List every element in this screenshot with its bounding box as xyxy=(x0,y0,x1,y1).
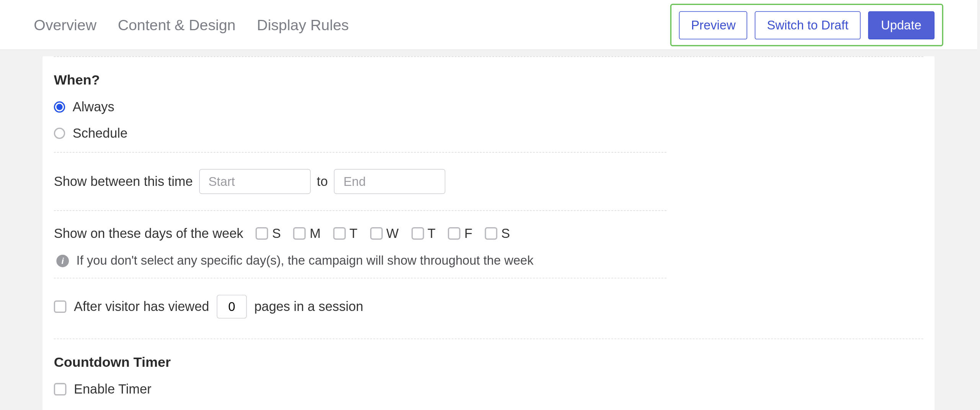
tab-display-rules[interactable]: Display Rules xyxy=(257,16,349,34)
info-icon: i xyxy=(56,254,69,267)
when-section: When? Always Schedule Show between this … xyxy=(54,57,923,338)
enable-timer-label: Enable Timer xyxy=(74,382,151,397)
day-label-wed: W xyxy=(386,226,399,241)
day-label-thu: T xyxy=(428,226,436,241)
checkbox-day-sat[interactable] xyxy=(485,227,498,240)
checkbox-day-sun[interactable] xyxy=(256,227,268,240)
radio-schedule-row[interactable]: Schedule xyxy=(54,126,923,141)
preview-button[interactable]: Preview xyxy=(679,11,748,39)
countdown-section: Countdown Timer Enable Timer xyxy=(54,339,923,410)
enable-timer-row[interactable]: Enable Timer xyxy=(54,382,923,397)
show-between-label: Show between this time xyxy=(54,174,193,189)
days-hint: i If you don't select any specific day(s… xyxy=(54,245,923,274)
day-label-tue: T xyxy=(350,226,358,241)
end-time-input[interactable] xyxy=(334,169,446,194)
radio-always-label: Always xyxy=(73,99,114,114)
checkbox-day-wed[interactable] xyxy=(370,227,383,240)
checkbox-day-fri[interactable] xyxy=(448,227,461,240)
settings-panel: When? Always Schedule Show between this … xyxy=(42,56,934,410)
days-row: Show on these days of the week S M T W T… xyxy=(54,215,923,245)
radio-always-row[interactable]: Always xyxy=(54,99,923,114)
countdown-title: Countdown Timer xyxy=(54,354,923,371)
update-button[interactable]: Update xyxy=(868,11,934,39)
checkbox-day-tue[interactable] xyxy=(333,227,346,240)
tab-content-design[interactable]: Content & Design xyxy=(118,16,236,34)
day-label-fri: F xyxy=(464,226,472,241)
to-label: to xyxy=(317,174,328,189)
nav-tabs: Overview Content & Design Display Rules xyxy=(34,16,349,34)
checkbox-after-viewed[interactable] xyxy=(54,300,67,313)
tab-overview[interactable]: Overview xyxy=(34,16,96,34)
topbar: Overview Content & Design Display Rules … xyxy=(0,0,977,50)
day-label-mon: M xyxy=(310,226,321,241)
pages-suffix: pages in a session xyxy=(254,299,363,314)
switch-to-draft-button[interactable]: Switch to Draft xyxy=(755,11,860,39)
days-label: Show on these days of the week xyxy=(54,226,243,241)
day-label-sat: S xyxy=(501,226,510,241)
checkbox-enable-timer[interactable] xyxy=(54,383,67,395)
checkbox-day-thu[interactable] xyxy=(411,227,424,240)
day-label-sun: S xyxy=(272,226,281,241)
radio-schedule[interactable] xyxy=(54,128,65,139)
days-hint-text: If you don't select any specific day(s),… xyxy=(77,254,534,268)
radio-always[interactable] xyxy=(54,101,65,112)
pages-row: After visitor has viewed pages in a sess… xyxy=(54,282,923,332)
divider xyxy=(54,210,666,211)
when-title: When? xyxy=(54,72,923,88)
pages-input[interactable] xyxy=(217,295,247,319)
radio-schedule-label: Schedule xyxy=(73,126,127,141)
divider xyxy=(54,152,666,153)
after-viewed-label: After visitor has viewed xyxy=(74,299,209,314)
actions-highlight: Preview Switch to Draft Update xyxy=(670,4,943,46)
divider xyxy=(54,278,666,278)
time-range-row: Show between this time to xyxy=(54,156,923,207)
start-time-input[interactable] xyxy=(199,169,310,194)
checkbox-day-mon[interactable] xyxy=(293,227,306,240)
